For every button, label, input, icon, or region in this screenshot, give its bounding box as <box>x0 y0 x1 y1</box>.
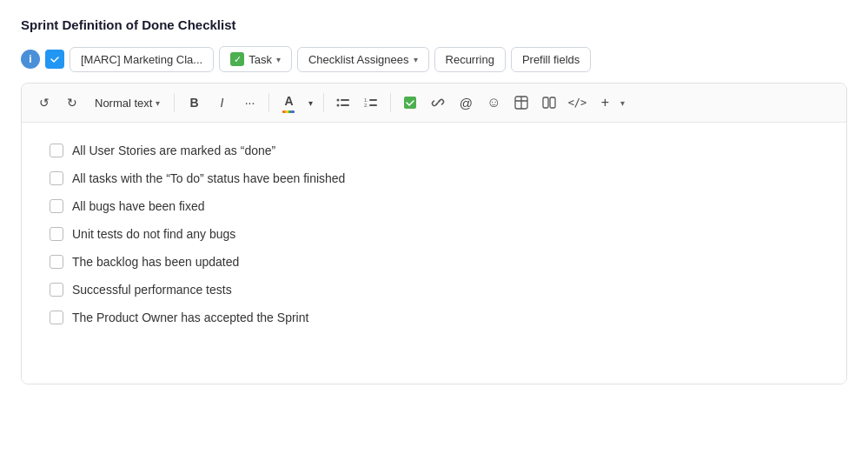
checkbox-button[interactable] <box>398 90 422 115</box>
project-name-button[interactable]: [MARC] Marketing Cla... <box>70 47 214 72</box>
checklist-text-6: Successful performance tests <box>72 283 232 297</box>
checklist-text-5: The backlog has been updated <box>72 255 239 269</box>
svg-rect-13 <box>543 97 548 108</box>
toolbar-divider-3 <box>323 93 324 112</box>
checklist-item-6: Successful performance tests <box>50 283 818 297</box>
checklist-assignees-button[interactable]: Checklist Assignees ▾ <box>297 47 429 72</box>
checklist-text-2: All tasks with the “To do” status have b… <box>72 171 345 185</box>
font-color-chevron-button[interactable]: ▾ <box>304 90 316 115</box>
insert-plus-button[interactable]: + <box>593 90 617 115</box>
recurring-button[interactable]: Recurring <box>434 47 506 72</box>
link-button[interactable] <box>426 90 450 115</box>
checkbox-2[interactable] <box>50 171 63 185</box>
checkbox-3[interactable] <box>50 199 63 213</box>
recurring-label: Recurring <box>446 53 494 66</box>
font-color-button[interactable]: A <box>276 90 301 115</box>
checklist-item-5: The backlog has been updated <box>50 255 818 269</box>
editor-container: ↺ ↻ Normal text ▾ B I ··· A ▾ <box>21 83 847 384</box>
format-toolbar: ↺ ↻ Normal text ▾ B I ··· A ▾ <box>22 84 846 123</box>
code-button[interactable]: </> <box>565 90 589 115</box>
checkbox-4[interactable] <box>50 227 63 241</box>
text-style-label: Normal text <box>95 97 152 110</box>
task-label: Task <box>248 53 272 66</box>
svg-rect-0 <box>49 53 61 65</box>
svg-rect-6 <box>369 99 377 101</box>
more-options-button[interactable]: ··· <box>237 90 262 115</box>
emoji-button[interactable]: ☺ <box>481 90 506 115</box>
svg-point-1 <box>337 99 340 102</box>
toolbar-divider-4 <box>390 93 391 112</box>
prefill-fields-button[interactable]: Prefill fields <box>511 47 591 72</box>
checklist-text-1: All User Stories are marked as “done” <box>72 144 275 157</box>
info-icon[interactable]: i <box>21 50 40 69</box>
checklist-item-3: All bugs have been fixed <box>50 199 818 213</box>
svg-rect-14 <box>550 97 555 108</box>
checklist-item-7: The Product Owner has accepted the Sprin… <box>50 311 818 324</box>
toolbar-divider-2 <box>268 93 269 112</box>
checklist-text-7: The Product Owner has accepted the Sprin… <box>72 311 308 324</box>
italic-button[interactable]: I <box>209 90 234 115</box>
checkbox-5[interactable] <box>50 255 63 269</box>
toolbar-divider-1 <box>174 93 175 112</box>
redo-button[interactable]: ↻ <box>60 90 84 115</box>
svg-rect-9 <box>404 97 416 109</box>
checkbox-6[interactable] <box>50 283 63 297</box>
mention-button[interactable]: @ <box>454 90 478 115</box>
project-name-label: [MARC] Marketing Cla... <box>81 53 202 66</box>
checkbox-7[interactable] <box>50 311 63 324</box>
checklist-item-2: All tasks with the “To do” status have b… <box>50 171 818 185</box>
bullet-list-button[interactable] <box>331 90 355 115</box>
task-type-button[interactable]: ✓ Task ▾ <box>219 46 292 72</box>
top-toolbar: i [MARC] Marketing Cla... ✓ Task ▾ Check… <box>21 46 847 72</box>
undo-button[interactable]: ↺ <box>32 90 56 115</box>
checklist-text-3: All bugs have been fixed <box>72 199 205 213</box>
svg-text:2.: 2. <box>364 103 368 108</box>
page-title: Sprint Definition of Done Checklist <box>21 17 847 32</box>
table-button[interactable] <box>509 90 533 115</box>
checkbox-1[interactable] <box>50 144 63 157</box>
text-style-chevron-icon: ▾ <box>156 98 160 108</box>
columns-button[interactable] <box>537 90 561 115</box>
task-type-icon <box>45 50 64 69</box>
svg-rect-8 <box>369 104 377 106</box>
svg-point-3 <box>337 104 340 107</box>
insert-chevron-icon: ▾ <box>620 98 625 108</box>
font-color-label: A <box>284 94 293 108</box>
text-style-dropdown[interactable]: Normal text ▾ <box>88 93 167 113</box>
ordered-list-button[interactable]: 1. 2. <box>359 90 383 115</box>
bold-button[interactable]: B <box>182 90 206 115</box>
checklist-item-4: Unit tests do not find any bugs <box>50 227 818 241</box>
checklist-text-4: Unit tests do not find any bugs <box>72 227 235 241</box>
task-chevron-icon: ▾ <box>276 55 281 64</box>
checklist-assignees-chevron-icon: ▾ <box>414 55 418 64</box>
svg-rect-2 <box>341 99 349 101</box>
color-indicator <box>282 110 295 113</box>
editor-content[interactable]: All User Stories are marked as “done” Al… <box>22 123 846 384</box>
checklist-item-1: All User Stories are marked as “done” <box>50 144 818 157</box>
prefill-fields-label: Prefill fields <box>522 53 580 66</box>
svg-rect-4 <box>341 104 349 106</box>
task-check-icon: ✓ <box>230 52 244 66</box>
checklist-assignees-label: Checklist Assignees <box>308 53 409 66</box>
